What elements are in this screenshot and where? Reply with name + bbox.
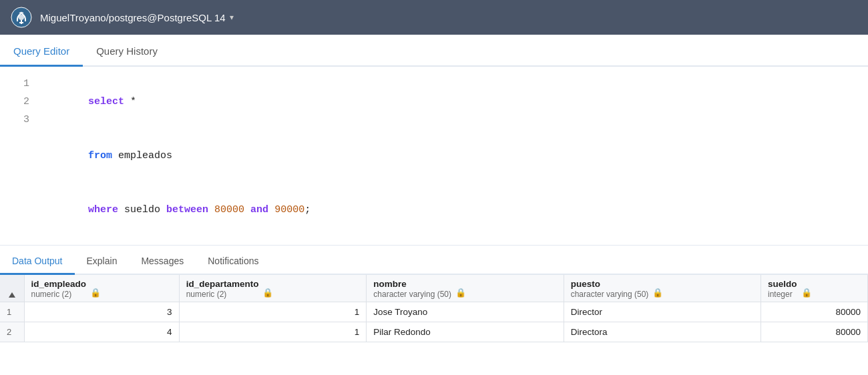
tab-messages[interactable]: Messages bbox=[129, 250, 196, 275]
keyword-and: and bbox=[250, 204, 268, 216]
cell-sueldo-1: 80000 bbox=[761, 302, 867, 322]
connection-title[interactable]: MiguelTroyano/postgres@PostgreSQL 14 ▾ bbox=[40, 12, 234, 23]
dropdown-chevron-icon: ▾ bbox=[230, 13, 234, 22]
tab-query-editor[interactable]: Query Editor bbox=[0, 39, 83, 67]
cell-sueldo-2: 80000 bbox=[761, 322, 867, 342]
value-90000: 90000 bbox=[274, 204, 304, 216]
keyword-where: where bbox=[88, 204, 118, 216]
tab-data-output[interactable]: Data Output bbox=[0, 250, 75, 275]
cell-id-empleado-2: 4 bbox=[24, 322, 179, 342]
keyword-select: select bbox=[88, 96, 124, 107]
cell-nombre-2: Pilar Redondo bbox=[367, 322, 564, 342]
code-line-3: where sueldo between 80000 and 90000; bbox=[40, 183, 310, 237]
keyword-between: between bbox=[166, 204, 208, 216]
table-row: 2 4 1 Pilar Redondo Directora 80000 bbox=[0, 322, 868, 342]
code-lines: select * from empleados where sueldo bet… bbox=[40, 72, 310, 240]
col-header-puesto: puesto character varying (50) 🔒 bbox=[564, 275, 761, 302]
tab-query-history[interactable]: Query History bbox=[83, 39, 171, 67]
cell-puesto-1: Director bbox=[564, 302, 761, 322]
main-tabs: Query Editor Query History bbox=[0, 35, 868, 67]
lock-icon-id-departamento: 🔒 bbox=[262, 288, 273, 298]
col-header-id-departamento: id_departamento numeric (2) 🔒 bbox=[179, 275, 367, 302]
row-num-2: 2 bbox=[0, 322, 24, 342]
results-table: id_empleado numeric (2) 🔒 id_departament… bbox=[0, 275, 868, 342]
cell-id-departamento-1: 1 bbox=[179, 302, 367, 322]
data-output-panel: id_empleado numeric (2) 🔒 id_departament… bbox=[0, 275, 868, 342]
table-header-row: id_empleado numeric (2) 🔒 id_departament… bbox=[0, 275, 868, 302]
code-area[interactable]: 1 2 3 select * from empleados where suel… bbox=[0, 67, 868, 245]
table-row: 1 3 1 Jose Troyano Director 80000 bbox=[0, 302, 868, 322]
cell-id-empleado-1: 3 bbox=[24, 302, 179, 322]
line-numbers: 1 2 3 bbox=[0, 72, 40, 240]
row-num-1: 1 bbox=[0, 302, 24, 322]
svg-marker-4 bbox=[9, 292, 15, 298]
cell-puesto-2: Directora bbox=[564, 322, 761, 342]
result-tabs: Data Output Explain Messages Notificatio… bbox=[0, 246, 868, 275]
code-line-2: from empleados bbox=[40, 129, 310, 183]
keyword-from: from bbox=[88, 150, 112, 161]
code-line-1: select * bbox=[40, 75, 310, 129]
query-editor-panel: 1 2 3 select * from empleados where suel… bbox=[0, 67, 868, 246]
cell-id-departamento-2: 1 bbox=[179, 322, 367, 342]
tab-notifications[interactable]: Notifications bbox=[196, 250, 270, 275]
tab-explain[interactable]: Explain bbox=[75, 250, 130, 275]
col-header-nombre: nombre character varying (50) 🔒 bbox=[367, 275, 564, 302]
lock-icon-nombre: 🔒 bbox=[455, 288, 466, 298]
pgadmin-icon bbox=[11, 7, 32, 28]
row-num-header bbox=[0, 275, 24, 302]
sort-icon bbox=[7, 290, 17, 299]
top-bar: MiguelTroyano/postgres@PostgreSQL 14 ▾ bbox=[0, 0, 868, 35]
svg-point-1 bbox=[19, 15, 24, 20]
cell-nombre-1: Jose Troyano bbox=[367, 302, 564, 322]
lock-icon-sueldo: 🔒 bbox=[801, 288, 812, 298]
lock-icon-puesto: 🔒 bbox=[652, 288, 663, 298]
col-header-id-empleado: id_empleado numeric (2) 🔒 bbox=[24, 275, 179, 302]
col-header-sueldo: sueldo integer 🔒 bbox=[761, 275, 867, 302]
value-80000: 80000 bbox=[214, 204, 244, 216]
lock-icon-id-empleado: 🔒 bbox=[90, 288, 101, 298]
